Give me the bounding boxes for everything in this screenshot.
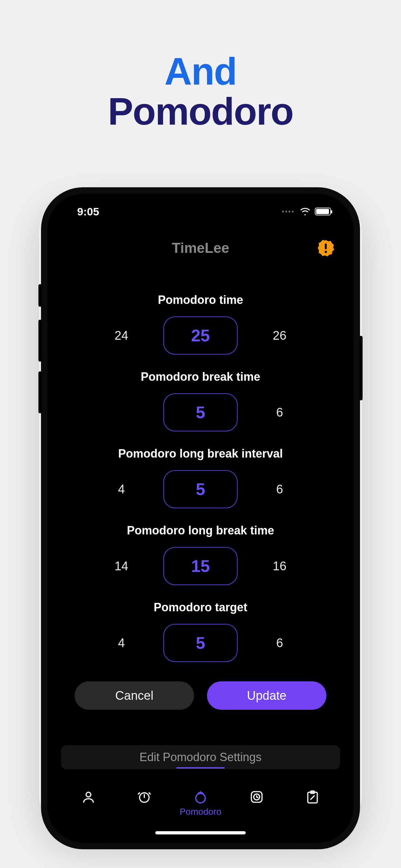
picker-label: Pomodoro long break time <box>48 524 353 537</box>
tab-tasks[interactable] <box>288 789 337 817</box>
segment-edit-settings[interactable]: Edit Pomodoro Settings <box>61 745 340 769</box>
picker-selected-value[interactable]: 5 <box>163 393 238 431</box>
picker-selected-value[interactable]: 25 <box>163 316 238 354</box>
picker-selected-value[interactable]: 15 <box>163 547 238 585</box>
phone-volume-up <box>38 320 42 362</box>
picker-prev-value[interactable]: 4 <box>109 483 134 496</box>
tab-label: Pomodoro <box>180 807 221 817</box>
picker-prev-value[interactable]: 24 <box>109 329 134 343</box>
battery-icon <box>315 208 331 215</box>
home-indicator[interactable] <box>155 831 246 834</box>
tab-profile[interactable] <box>64 789 113 817</box>
promo-line-2: Pomodoro <box>0 92 401 132</box>
person-icon <box>81 789 96 805</box>
phone-screen: 9:05 •••• TimeLee <box>48 194 353 843</box>
picker-label: Pomodoro time <box>48 293 353 307</box>
app-header: TimeLee <box>48 232 353 264</box>
tab-bar: Pomodoro <box>48 782 353 837</box>
svg-point-5 <box>196 794 205 803</box>
picker-label: Pomodoro target <box>48 600 353 614</box>
pomodoro-settings-form: Pomodoro time 24 25 26 Pomodoro break ti… <box>48 264 353 678</box>
wifi-icon <box>300 208 310 215</box>
tomato-icon <box>193 789 208 805</box>
picker-next-value[interactable]: 6 <box>267 636 292 650</box>
svg-point-2 <box>325 251 327 253</box>
tab-clock[interactable] <box>233 789 281 817</box>
picker-next-value[interactable]: 26 <box>267 329 292 343</box>
picker-target[interactable]: Pomodoro target 4 5 6 <box>48 600 353 678</box>
picker-selected-value[interactable]: 5 <box>163 624 238 662</box>
svg-rect-1 <box>325 244 327 249</box>
status-bar: 9:05 •••• <box>48 194 353 229</box>
clock-icon <box>249 789 265 805</box>
picker-next-value[interactable]: 6 <box>267 406 292 420</box>
picker-selected-value[interactable]: 5 <box>163 470 238 508</box>
picker-break-time[interactable]: Pomodoro break time 5 6 <box>48 370 353 447</box>
picker-prev-value[interactable]: 14 <box>109 559 134 573</box>
picker-long-break-time[interactable]: Pomodoro long break time 14 15 16 <box>48 524 353 600</box>
segment-label: Edit Pomodoro Settings <box>140 750 261 764</box>
segment-active-indicator <box>176 767 225 769</box>
app-title: TimeLee <box>172 240 229 256</box>
picker-label: Pomodoro break time <box>48 370 353 383</box>
promo-headline: And Pomodoro <box>0 0 401 132</box>
promo-line-1: And <box>0 52 401 92</box>
picker-next-value[interactable]: 16 <box>267 559 292 573</box>
update-button[interactable]: Update <box>207 681 327 710</box>
tab-timer[interactable] <box>120 789 168 817</box>
picker-label: Pomodoro long break interval <box>48 447 353 461</box>
phone-volume-down <box>38 371 42 413</box>
action-row: Cancel Update <box>48 681 353 710</box>
svg-point-3 <box>86 792 91 797</box>
cancel-button[interactable]: Cancel <box>74 681 194 710</box>
tab-pomodoro[interactable]: Pomodoro <box>176 789 225 817</box>
picker-prev-value[interactable]: 4 <box>109 636 134 650</box>
phone-frame: 9:05 •••• TimeLee <box>41 187 360 849</box>
alert-badge-icon[interactable] <box>317 240 334 256</box>
picker-long-break-interval[interactable]: Pomodoro long break interval 4 5 6 <box>48 447 353 524</box>
cell-signal-icon: •••• <box>282 208 295 215</box>
timer-icon <box>136 789 152 805</box>
clipboard-edit-icon <box>305 789 320 805</box>
picker-next-value[interactable]: 6 <box>267 483 292 496</box>
phone-silent-switch <box>38 284 42 307</box>
status-time: 9:05 <box>77 206 99 218</box>
phone-power-button <box>359 336 363 400</box>
picker-pomodoro-time[interactable]: Pomodoro time 24 25 26 <box>48 293 353 370</box>
